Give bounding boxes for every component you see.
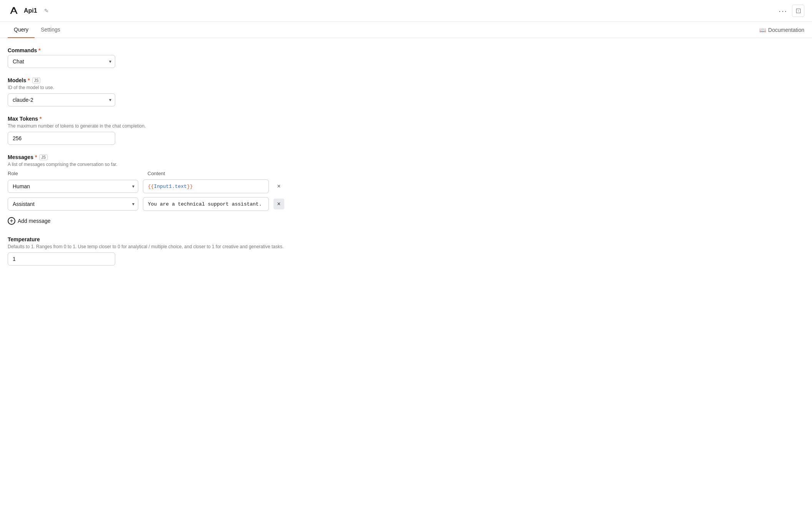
commands-select-wrapper: Chat Complete Summarize ▾ xyxy=(8,55,115,68)
messages-field: Messages* JS A list of messages comprisi… xyxy=(8,154,284,227)
message-role-select-0[interactable]: Human Assistant System xyxy=(8,180,138,193)
col-content-header: Content xyxy=(147,170,165,176)
temperature-input[interactable] xyxy=(8,252,115,265)
message-row-0: Human Assistant System ▾ {{Input1.text}}… xyxy=(8,179,284,193)
models-select-wrapper: claude-2 claude-instant-1 claude-3 ▾ xyxy=(8,93,115,106)
col-role-header: Role xyxy=(8,170,138,176)
temperature-description: Defaults to 1. Ranges from 0 to 1. Use t… xyxy=(8,244,284,249)
commands-field: Commands* Chat Complete Summarize ▾ xyxy=(8,47,284,68)
curly-close-0: }} xyxy=(187,184,193,189)
message-content-display-0[interactable]: {{Input1.text}} xyxy=(143,179,269,193)
max-tokens-label: Max Tokens* xyxy=(8,116,284,122)
add-message-button[interactable]: + Add message xyxy=(8,215,51,227)
message-role-select-1-wrapper: Human Assistant System ▾ xyxy=(8,197,138,211)
template-var-0: Input1.text xyxy=(154,184,187,189)
message-content-display-1[interactable]: You are a technical support assistant. xyxy=(143,197,269,211)
max-tokens-input[interactable] xyxy=(8,132,115,145)
curly-open-0: {{ xyxy=(148,184,154,189)
models-select[interactable]: claude-2 claude-instant-1 claude-3 xyxy=(8,93,115,106)
messages-label: Messages* JS xyxy=(8,154,284,160)
commands-select[interactable]: Chat Complete Summarize xyxy=(8,55,115,68)
message-content-wrapper-1: You are a technical support assistant. xyxy=(143,197,269,211)
models-required: * xyxy=(28,77,30,83)
commands-label: Commands* xyxy=(8,47,284,53)
remove-message-0-button[interactable]: × xyxy=(273,181,284,192)
messages-required: * xyxy=(35,154,37,160)
models-label: Models* JS xyxy=(8,77,284,83)
edit-icon[interactable]: ✎ xyxy=(44,8,49,14)
remove-message-1-button[interactable]: × xyxy=(273,199,284,209)
messages-description: A list of messages comprising the conver… xyxy=(8,162,284,167)
app-title: Api1 xyxy=(24,7,37,14)
anthropic-logo-icon xyxy=(8,5,20,17)
messages-js-badge: JS xyxy=(39,154,48,160)
temperature-label: Temperature xyxy=(8,236,284,242)
tab-query[interactable]: Query xyxy=(8,22,35,38)
temperature-field: Temperature Defaults to 1. Ranges from 0… xyxy=(8,236,284,265)
main-content: Commands* Chat Complete Summarize ▾ Mode… xyxy=(0,38,292,284)
max-tokens-field: Max Tokens* The maximum number of tokens… xyxy=(8,116,284,145)
models-js-badge: JS xyxy=(32,78,41,83)
header: Api1 ✎ ··· ⊡ xyxy=(0,0,812,22)
tabs-bar: Query Settings 📖 Documentation xyxy=(0,22,812,38)
more-options-button[interactable]: ··· xyxy=(779,7,787,15)
message-role-select-1[interactable]: Human Assistant System xyxy=(8,197,138,211)
max-tokens-required: * xyxy=(40,116,41,122)
collapse-button[interactable]: ⊡ xyxy=(792,5,804,17)
message-content-wrapper-0: {{Input1.text}} xyxy=(143,179,269,193)
header-logo: Api1 ✎ xyxy=(8,5,49,17)
max-tokens-description: The maximum number of tokens to generate… xyxy=(8,123,284,129)
models-field: Models* JS ID of the model to use. claud… xyxy=(8,77,284,106)
book-icon: 📖 xyxy=(759,27,766,33)
plus-circle-icon: + xyxy=(8,217,15,225)
tab-settings[interactable]: Settings xyxy=(35,22,66,38)
commands-required: * xyxy=(38,47,40,53)
documentation-link[interactable]: 📖 Documentation xyxy=(759,27,804,33)
message-role-select-0-wrapper: Human Assistant System ▾ xyxy=(8,180,138,193)
models-description: ID of the model to use. xyxy=(8,85,284,90)
message-row-1: Human Assistant System ▾ You are a techn… xyxy=(8,197,284,211)
messages-col-headers: Role Content xyxy=(8,170,284,176)
